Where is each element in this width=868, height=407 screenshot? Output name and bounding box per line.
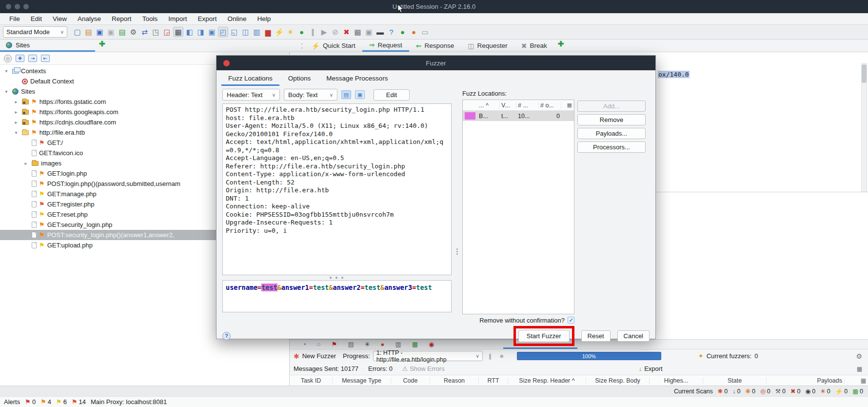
lock-icon[interactable]: ▣ <box>364 27 374 37</box>
menu-item[interactable]: Edit <box>26 14 46 23</box>
console-icon[interactable]: ▬ <box>375 27 385 37</box>
column-header[interactable]: # ... <box>516 102 539 109</box>
layout-split-horizontal-icon[interactable]: ▥ <box>252 27 262 37</box>
tab-sites[interactable]: Sites <box>0 40 37 52</box>
menu-item[interactable]: Tools <box>138 14 162 23</box>
menu-item[interactable]: Export <box>193 14 221 23</box>
save-session-icon[interactable]: ▣ <box>95 27 105 37</box>
menu-item[interactable]: View <box>48 14 71 23</box>
persist-session-icon[interactable]: ⇄ <box>139 27 150 37</box>
column-header[interactable]: Size Resp. Header ^ <box>508 377 586 384</box>
menu-item[interactable]: Analyse <box>73 14 105 23</box>
expander-icon[interactable]: ▾ <box>3 68 10 74</box>
help-icon[interactable]: ? <box>222 332 231 340</box>
stop-fuzzer-icon[interactable]: ■ <box>497 352 506 361</box>
new-fuzzer-label[interactable]: New Fuzzer <box>302 352 336 360</box>
table-config-icon[interactable]: ▦ <box>566 102 574 108</box>
location-action-button[interactable]: Add... <box>577 101 646 112</box>
layout-full-icon[interactable]: ▣ <box>207 27 217 37</box>
new-session-icon[interactable]: ▢ <box>72 27 82 37</box>
expander-icon[interactable]: ▸ <box>22 161 29 166</box>
expander-icon[interactable]: ▸ <box>13 109 20 115</box>
session-properties-icon[interactable]: ▦ <box>173 27 183 37</box>
layout-split-vertical-icon[interactable]: ◫ <box>240 27 251 37</box>
alert-flag[interactable]: ⚑ 6 <box>56 398 67 406</box>
column-header[interactable]: ... ^ <box>477 102 500 109</box>
menu-item[interactable]: Import <box>164 14 191 23</box>
column-header[interactable]: Reason <box>430 377 479 384</box>
hud-lightbulb-icon[interactable]: ☀ <box>285 27 296 37</box>
stop-icon[interactable]: ⊘ <box>330 27 340 37</box>
expander-icon[interactable]: ▾ <box>13 130 20 135</box>
tab-break[interactable]: ✖ Break <box>514 40 554 52</box>
layout-bottom-icon[interactable]: ◨ <box>196 27 206 37</box>
tab-quick-start[interactable]: ⚡ Quick Start <box>304 40 362 52</box>
alert-flag[interactable]: ⚑ 14 <box>72 398 86 406</box>
expander-icon[interactable]: ▸ <box>13 120 20 125</box>
remove-confirm-checkbox[interactable]: ✓ <box>568 317 574 324</box>
vertical-splitter[interactable] <box>454 177 459 326</box>
column-config-icon[interactable]: ▦ <box>861 377 866 384</box>
generate-report-icon[interactable]: ▤ <box>117 27 127 37</box>
column-header[interactable]: RTT <box>479 377 508 384</box>
quick-start-spark-icon[interactable]: ⚡ <box>274 27 284 37</box>
show-errors[interactable]: ⚠ Show Errors <box>402 365 445 372</box>
new-context-icon[interactable]: ✚ <box>16 55 24 62</box>
active-target-icon[interactable]: ● <box>397 27 408 37</box>
alert-flag[interactable]: ⚑ 0 <box>25 398 36 406</box>
mode-select[interactable]: Standard Mode ∨ <box>3 26 67 38</box>
menu-item[interactable]: Help <box>253 14 275 23</box>
notes-card-icon[interactable]: ▭ <box>420 27 430 37</box>
cancel-button[interactable]: Cancel <box>617 330 650 342</box>
menu-item[interactable]: Online <box>223 14 251 23</box>
column-header[interactable]: Task ID <box>290 377 333 384</box>
progress-select[interactable]: 1: HTTP - http://file.era.htb/login.php … <box>373 351 483 361</box>
alert-flag[interactable]: ⚑ 4 <box>40 398 51 406</box>
record-icon[interactable]: ● <box>296 27 307 37</box>
header-view-select[interactable]: Header: Text ∨ <box>222 89 280 101</box>
step-play-icon[interactable]: ▶ <box>319 27 329 37</box>
expander-icon[interactable]: ▸ <box>13 99 20 104</box>
column-header[interactable]: # o... <box>539 102 561 109</box>
combined-view-icon[interactable]: ▣ <box>355 90 365 99</box>
layout-tab-top-icon[interactable]: ◰ <box>218 27 228 37</box>
column-header[interactable]: Payloads <box>767 377 845 384</box>
options-gear-icon[interactable]: ⚙ <box>128 27 138 37</box>
break-add-icon[interactable]: ✖ <box>341 27 352 37</box>
horizontal-splitter[interactable]: ● ● ● <box>222 275 452 280</box>
pause-fuzzer-icon[interactable]: ∥ <box>486 352 494 361</box>
menu-item[interactable]: Report <box>107 14 136 23</box>
tab-requester[interactable]: ◫ Requester <box>461 40 514 52</box>
reset-button[interactable]: Reset <box>581 330 611 342</box>
export-context-icon[interactable]: ◲ <box>162 27 172 37</box>
split-view-icon[interactable]: ▤ <box>341 90 351 99</box>
request-header-text[interactable]: POST http://file.era.htb/security_login.… <box>222 103 452 275</box>
location-action-button[interactable]: Payloads... <box>577 128 646 139</box>
layout-left-icon[interactable]: ◧ <box>184 27 195 37</box>
column-header[interactable]: Code <box>391 377 430 384</box>
column-header[interactable]: V... <box>500 102 516 109</box>
scrollbar[interactable] <box>861 63 867 192</box>
column-header[interactable]: Message Type <box>333 377 391 384</box>
body-view-select[interactable]: Body: Text ∨ <box>284 89 337 101</box>
location-row[interactable]: B... t... 10... 0 <box>463 111 574 121</box>
add-tab-icon[interactable]: ✚ <box>95 40 109 52</box>
dialog-tab[interactable]: Message Processors <box>319 72 395 86</box>
export-button[interactable]: ↓ Export <box>639 365 663 372</box>
export-context-icon[interactable]: ⇤ <box>41 55 50 62</box>
tab-response[interactable]: ⇐ Response <box>409 40 461 52</box>
expander-icon[interactable]: ▾ <box>3 89 10 94</box>
column-header[interactable]: Highes... <box>650 377 703 384</box>
edit-button[interactable]: Edit <box>374 89 410 101</box>
pause-icon[interactable]: ∥ <box>308 27 318 37</box>
manage-addons-icon[interactable]: ● <box>409 27 419 37</box>
import-context-icon[interactable]: ◳ <box>151 27 161 37</box>
location-action-button[interactable]: Processors... <box>577 142 646 153</box>
import-context-icon[interactable]: ⇥ <box>28 55 37 62</box>
help-circle-icon[interactable]: ? <box>386 27 396 37</box>
tab-scroll-buttons[interactable]: ‹› <box>299 40 304 52</box>
request-body-text[interactable]: username=test&answer1=test&answer2=test&… <box>222 280 452 312</box>
tab-request[interactable]: ⇒ Request <box>362 40 409 52</box>
column-header[interactable]: State <box>703 377 767 384</box>
add-main-tab-icon[interactable]: ✚ <box>554 40 568 52</box>
